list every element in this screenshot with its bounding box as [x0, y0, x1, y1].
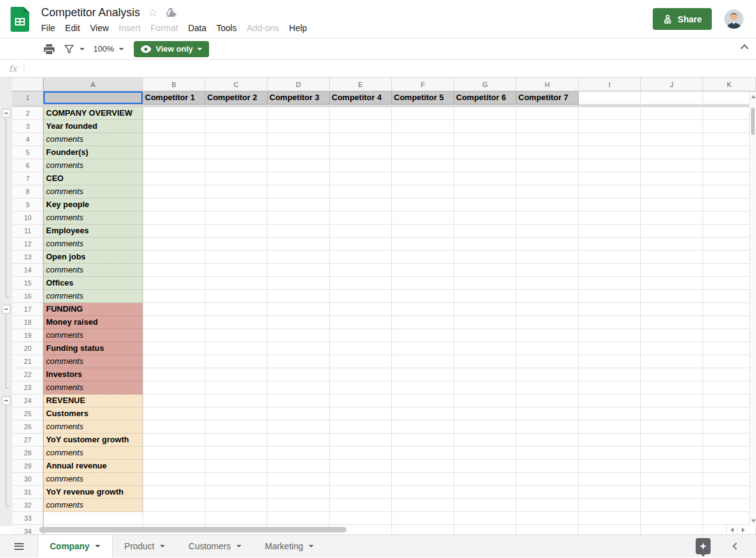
row-header-33[interactable]: 33: [12, 512, 44, 525]
google-sheets-logo-icon[interactable]: [11, 7, 29, 32]
cell-A10[interactable]: comments: [44, 212, 143, 225]
row-header-15[interactable]: 15: [12, 277, 44, 290]
cell-K2[interactable]: [703, 107, 756, 120]
row-header-10[interactable]: 10: [12, 212, 44, 225]
cell-I14[interactable]: [579, 264, 641, 277]
cell-H26[interactable]: [516, 421, 579, 434]
cell-C32[interactable]: [205, 499, 268, 512]
cell-C26[interactable]: [205, 421, 268, 434]
cell-I21[interactable]: [579, 355, 641, 368]
cell-G27[interactable]: [454, 434, 516, 447]
cell-H31[interactable]: [516, 486, 579, 499]
cell-H21[interactable]: [516, 355, 579, 368]
cell-A20[interactable]: Funding status: [44, 342, 143, 355]
cell-D32[interactable]: [268, 499, 330, 512]
cell-K18[interactable]: [703, 316, 756, 329]
cell-B33[interactable]: [143, 512, 205, 525]
cell-C5[interactable]: [205, 146, 268, 159]
cell-I11[interactable]: [579, 225, 641, 238]
cell-G12[interactable]: [454, 238, 516, 251]
row-header-17[interactable]: 17: [12, 303, 44, 316]
cell-D14[interactable]: [268, 264, 330, 277]
cell-F11[interactable]: [392, 225, 454, 238]
cell-J24[interactable]: [641, 394, 703, 407]
row-header-9[interactable]: 9: [12, 198, 44, 212]
cell-J12[interactable]: [641, 238, 703, 251]
cell-I20[interactable]: [579, 342, 641, 355]
cell-C12[interactable]: [205, 238, 268, 251]
cell-H30[interactable]: [516, 473, 579, 486]
cell-E29[interactable]: [330, 460, 392, 473]
cell-B13[interactable]: [143, 251, 205, 264]
cell-J1[interactable]: [641, 91, 703, 105]
cell-G2[interactable]: [454, 107, 516, 120]
cell-F10[interactable]: [392, 212, 454, 225]
cell-G23[interactable]: [454, 381, 516, 394]
cell-F1[interactable]: Competitor 5: [392, 91, 454, 105]
cell-B12[interactable]: [143, 238, 205, 251]
cell-F19[interactable]: [392, 329, 454, 342]
row-header-11[interactable]: 11: [12, 225, 44, 238]
cell-G15[interactable]: [454, 277, 516, 290]
cell-A1[interactable]: [44, 91, 143, 105]
row-header-20[interactable]: 20: [12, 342, 44, 355]
cell-A19[interactable]: comments: [44, 329, 143, 342]
vertical-scrollbar[interactable]: [749, 91, 756, 526]
menu-view[interactable]: View: [85, 22, 114, 34]
cell-G4[interactable]: [454, 133, 516, 146]
cell-J13[interactable]: [641, 251, 703, 264]
cell-B20[interactable]: [143, 342, 205, 355]
cell-B26[interactable]: [143, 421, 205, 434]
cell-K32[interactable]: [703, 499, 756, 512]
cell-B15[interactable]: [143, 277, 205, 290]
cell-H5[interactable]: [516, 146, 579, 159]
cell-K28[interactable]: [703, 447, 756, 460]
cell-H6[interactable]: [516, 159, 579, 172]
cell-D13[interactable]: [268, 251, 330, 264]
cell-H7[interactable]: [516, 172, 579, 185]
cell-B27[interactable]: [143, 434, 205, 447]
cell-K15[interactable]: [703, 277, 756, 290]
cell-K19[interactable]: [703, 329, 756, 342]
cell-A9[interactable]: Key people: [44, 198, 143, 212]
cell-I19[interactable]: [579, 329, 641, 342]
cell-D29[interactable]: [268, 460, 330, 473]
cell-C7[interactable]: [205, 172, 268, 185]
cell-K25[interactable]: [703, 407, 756, 421]
cell-J21[interactable]: [641, 355, 703, 368]
cell-A18[interactable]: Money raised: [44, 316, 143, 329]
cell-D12[interactable]: [268, 238, 330, 251]
row-header-25[interactable]: 25: [12, 407, 44, 421]
cell-B16[interactable]: [143, 290, 205, 303]
cell-H10[interactable]: [516, 212, 579, 225]
cell-K6[interactable]: [703, 159, 756, 172]
cell-H25[interactable]: [516, 407, 579, 421]
cell-I12[interactable]: [579, 238, 641, 251]
sheet-tab-caret[interactable]: [309, 545, 314, 547]
cell-B3[interactable]: [143, 120, 205, 133]
cell-C31[interactable]: [205, 486, 268, 499]
cell-I7[interactable]: [579, 172, 641, 185]
cell-I9[interactable]: [579, 198, 641, 212]
cell-H14[interactable]: [516, 264, 579, 277]
cell-K14[interactable]: [703, 264, 756, 277]
cell-C16[interactable]: [205, 290, 268, 303]
cell-D23[interactable]: [268, 381, 330, 394]
cell-I29[interactable]: [579, 460, 641, 473]
cell-E33[interactable]: [330, 512, 392, 525]
cell-J23[interactable]: [641, 381, 703, 394]
column-header-G[interactable]: G: [454, 78, 516, 91]
row-header-27[interactable]: 27: [12, 434, 44, 447]
cell-K22[interactable]: [703, 368, 756, 381]
scroll-up-arrow-icon[interactable]: [751, 95, 756, 98]
cell-G1[interactable]: Competitor 6: [454, 91, 516, 105]
cell-A32[interactable]: comments: [44, 499, 143, 512]
cell-J25[interactable]: [641, 407, 703, 421]
cell-I31[interactable]: [579, 486, 641, 499]
cell-I16[interactable]: [579, 290, 641, 303]
cell-E1[interactable]: Competitor 4: [330, 91, 392, 105]
cell-F13[interactable]: [392, 251, 454, 264]
cell-I30[interactable]: [579, 473, 641, 486]
cell-I33[interactable]: [579, 512, 641, 525]
menu-data[interactable]: Data: [183, 22, 212, 34]
